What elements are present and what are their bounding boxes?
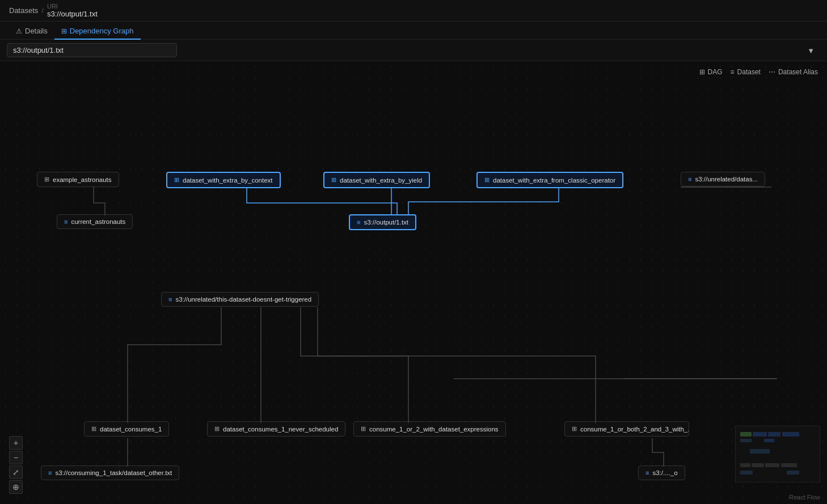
node-label: s3://output/1.txt: [364, 219, 408, 226]
dataset-node-icon: ≡: [645, 469, 649, 476]
react-flow-label: React Flow: [789, 494, 820, 501]
dag-icon: ⊞: [699, 68, 705, 76]
dag-node-icon: ⊞: [91, 425, 96, 433]
breadcrumb-uri-value: s3://output/1.txt: [47, 10, 98, 18]
dataset-selector-bar: s3://output/1.txt ▼: [0, 40, 827, 61]
dataset-alias-icon: ⋯: [769, 68, 775, 76]
dataset-node-icon: ≡: [357, 219, 360, 226]
node-label: dataset_with_extra_from_classic_operator: [493, 177, 615, 184]
node-s3-unrelated-datas[interactable]: ≡ s3://unrelated/datas...: [681, 172, 765, 187]
node-label: s3://unrelated/datas...: [695, 176, 758, 183]
node-s3-output-1-txt[interactable]: ≡ s3://output/1.txt: [349, 214, 416, 230]
graph-legend: ⊞ DAG ≡ Dataset ⋯ Dataset Alias: [699, 68, 818, 76]
tab-dependency-graph-label: Dependency Graph: [70, 27, 134, 35]
zoom-out-button[interactable]: −: [9, 451, 23, 464]
graph-controls: + − ⤢ ⊕: [9, 436, 23, 494]
node-label: consume_1_or_both_2_and_3_with_...: [580, 426, 689, 433]
node-consume-1-or-both-2-and-3[interactable]: ⊞ consume_1_or_both_2_and_3_with_...: [564, 421, 689, 437]
dag-node-icon: ⊞: [572, 425, 577, 433]
tab-details[interactable]: ⚠ Details: [9, 23, 54, 40]
breadcrumb: Datasets / URI s3://output/1.txt: [9, 3, 98, 18]
node-label: dataset_with_extra_by_yield: [340, 177, 422, 184]
dependency-graph-canvas: ⊞ DAG ≡ Dataset ⋯ Dataset Alias: [0, 61, 827, 504]
dataset-node-icon: ≡: [48, 469, 52, 476]
dag-node-icon: ⊞: [484, 176, 490, 184]
dataset-icon: ≡: [731, 68, 735, 76]
node-dataset-consumes-1[interactable]: ⊞ dataset_consumes_1: [84, 421, 169, 437]
chevron-down-icon: ▼: [807, 46, 815, 54]
node-example-astronauts[interactable]: ⊞ example_astronauts: [37, 172, 119, 187]
legend-dataset-alias-label: Dataset Alias: [778, 68, 818, 76]
node-label: dataset_consumes_1_never_scheduled: [223, 426, 338, 433]
breadcrumb-uri-info: URI s3://output/1.txt: [47, 3, 98, 18]
breadcrumb-uri-label: URI: [47, 3, 98, 10]
dag-node-icon: ⊞: [214, 425, 220, 433]
node-s3-unrelated-this-dataset[interactable]: ≡ s3://unrelated/this-dataset-doesnt-get…: [161, 292, 319, 307]
node-dataset-with-extra-from-classic-operator[interactable]: ⊞ dataset_with_extra_from_classic_operat…: [476, 172, 623, 188]
node-dataset-with-extra-by-context[interactable]: ⊞ dataset_with_extra_by_context: [166, 172, 281, 188]
node-s3-consuming-1-task[interactable]: ≡ s3://consuming_1_task/dataset_other.tx…: [41, 465, 179, 480]
node-dataset-with-extra-by-yield[interactable]: ⊞ dataset_with_extra_by_yield: [323, 172, 430, 188]
node-label: current_astronauts: [71, 218, 125, 225]
tab-details-label: Details: [25, 27, 48, 35]
node-consume-1-or-2-dataset-expressions[interactable]: ⊞ consume_1_or_2_with_dataset_expression…: [353, 421, 506, 437]
dataset-node-icon: ≡: [688, 176, 691, 183]
lock-button[interactable]: ⊕: [9, 480, 23, 494]
dag-node-icon: ⊞: [44, 176, 49, 183]
dag-node-icon: ⊞: [361, 425, 366, 433]
dropdown-wrapper: s3://output/1.txt ▼: [7, 43, 820, 57]
dataset-node-icon: ≡: [168, 296, 172, 303]
node-current-astronauts[interactable]: ≡ current_astronauts: [57, 214, 133, 229]
tabs-bar: ⚠ Details ⊞ Dependency Graph: [0, 22, 827, 40]
node-label: s3:/...._o: [652, 469, 677, 476]
react-flow-watermark: React Flow: [789, 494, 820, 501]
dag-node-icon: ⊞: [331, 176, 336, 184]
node-label: s3://unrelated/this-dataset-doesnt-get-t…: [175, 296, 311, 303]
node-s3-other-output[interactable]: ≡ s3:/...._o: [638, 465, 685, 480]
node-label: dataset_with_extra_by_context: [183, 177, 273, 184]
dataset-node-icon: ≡: [64, 218, 67, 225]
minimap: [735, 426, 820, 482]
grid-icon: ⊞: [61, 27, 67, 35]
graph-edges: [0, 61, 827, 504]
fit-view-button[interactable]: ⤢: [9, 465, 23, 479]
legend-dag-label: DAG: [708, 68, 723, 76]
dataset-dropdown[interactable]: s3://output/1.txt: [7, 43, 177, 57]
node-dataset-consumes-1-never-scheduled[interactable]: ⊞ dataset_consumes_1_never_scheduled: [207, 421, 345, 437]
breadcrumb-separator: /: [41, 6, 44, 15]
node-label: example_astronauts: [53, 176, 112, 183]
dag-node-icon: ⊞: [174, 176, 179, 184]
zoom-in-button[interactable]: +: [9, 436, 23, 450]
tab-dependency-graph[interactable]: ⊞ Dependency Graph: [54, 23, 141, 40]
header: Datasets / URI s3://output/1.txt: [0, 0, 827, 22]
node-label: dataset_consumes_1: [100, 426, 162, 433]
legend-dag: ⊞ DAG: [699, 68, 723, 76]
legend-dataset-label: Dataset: [737, 68, 761, 76]
node-label: consume_1_or_2_with_dataset_expressions: [369, 426, 499, 433]
breadcrumb-datasets[interactable]: Datasets: [9, 6, 38, 15]
legend-dataset: ≡ Dataset: [731, 68, 761, 76]
node-label: s3://consuming_1_task/dataset_other.txt: [55, 469, 172, 476]
legend-dataset-alias: ⋯ Dataset Alias: [769, 68, 818, 76]
warning-icon: ⚠: [16, 27, 22, 35]
